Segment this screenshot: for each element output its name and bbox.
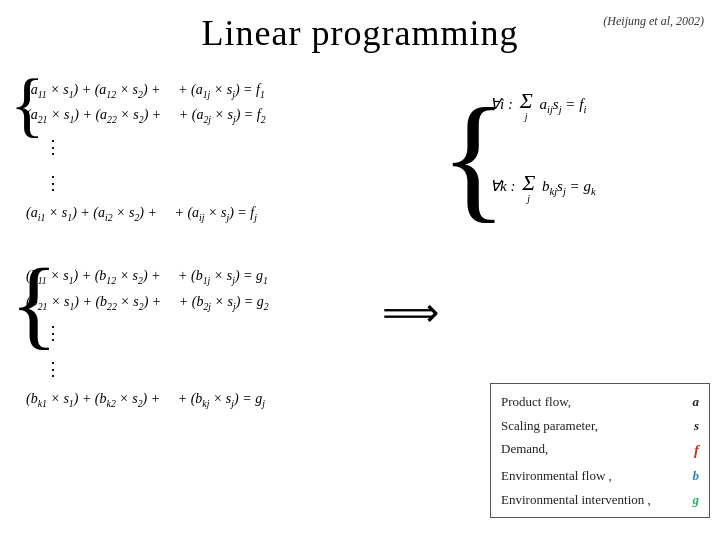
legend-symbol-product-flow: a — [693, 390, 700, 413]
legend-label-env-intervention: Environmental intervention , — [501, 488, 651, 511]
eq-a11: (a11 × s1) + (a12 × s2) + + (a1j × sj) =… — [26, 78, 380, 103]
legend-row-demand: Demand, f — [501, 437, 699, 464]
legend-row-product-flow: Product flow, a — [501, 390, 699, 413]
dots-2b: ⋮ — [26, 351, 380, 387]
legend-label-env-flow: Environmental flow , — [501, 464, 612, 487]
left-brace-2: { — [10, 254, 58, 354]
legend-label-scaling: Scaling parameter, — [501, 414, 598, 437]
eq-ai1: (ai1 × s1) + (ai2 × s2) + + (aij × sj) =… — [26, 201, 380, 226]
arrow-symbol: ⟹ — [382, 289, 439, 336]
eq-b21: (b21 × s1) + (b22 × s2) + + (b2j × sj) =… — [26, 290, 380, 315]
legend-row-env-flow: Environmental flow , b — [501, 464, 699, 487]
sum-j-1: Σ j — [520, 90, 533, 122]
eq-a21: (a21 × s1) + (a22 × s2) + + (a2j × sj) =… — [26, 103, 380, 128]
legend-row-env-intervention: Environmental intervention , g — [501, 488, 699, 511]
right-equations: { ∀i : Σ j aijsj = fi ∀k : — [440, 72, 720, 375]
equation-group-2: { (b11 × s1) + (b12 × s2) + + (b1j × sj)… — [10, 264, 380, 412]
implication-arrow: ⟹ — [380, 62, 440, 522]
legend-label-demand: Demand, — [501, 437, 548, 464]
dots-1b: ⋮ — [26, 165, 380, 201]
legend-symbol-scaling: s — [694, 414, 699, 437]
eq-b11: (b11 × s1) + (b12 × s2) + + (b1j × sj) =… — [26, 264, 380, 289]
left-equations: { (a11 × s1) + (a12 × s2) + + (a1j × sj)… — [0, 62, 380, 522]
legend-label-product-flow: Product flow, — [501, 390, 571, 413]
dots-2: ⋮ — [26, 315, 380, 351]
legend-symbol-demand: f — [694, 437, 699, 464]
legend-box: Product flow, a Scaling parameter, s Dem… — [490, 383, 710, 518]
eq-bk1: (bk1 × s1) + (bk2 × s2) + + (bkj × sj) =… — [26, 387, 380, 412]
right-brace: { — [440, 87, 507, 227]
legend-row-scaling: Scaling parameter, s — [501, 414, 699, 437]
sum-j-2: Σ j — [522, 172, 535, 204]
citation: (Heijung et al, 2002) — [603, 14, 704, 29]
equation-group-1: { (a11 × s1) + (a12 × s2) + + (a1j × sj)… — [10, 78, 380, 226]
legend-symbol-env-flow: b — [693, 464, 700, 487]
right-section: { ∀i : Σ j aijsj = fi ∀k : — [440, 62, 720, 522]
left-brace-1: { — [10, 68, 45, 140]
legend-symbol-env-intervention: g — [693, 488, 700, 511]
dots-1: ⋮ — [26, 129, 380, 165]
right-eq-2: ∀k : Σ j bkjsj = gk — [490, 172, 720, 204]
right-eq-1: ∀i : Σ j aijsj = fi — [490, 90, 720, 122]
